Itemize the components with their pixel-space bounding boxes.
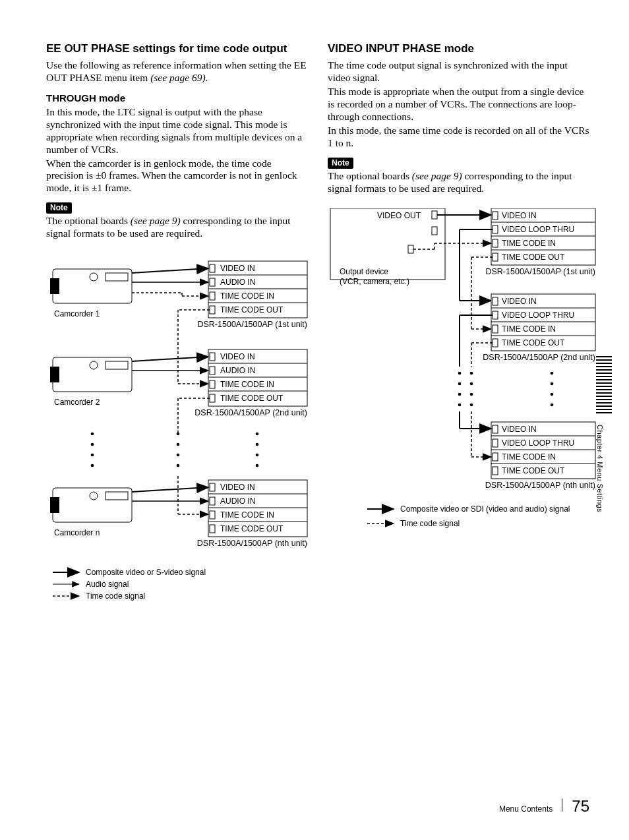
svg-text:DSR-1500A/1500AP (nth unit): DSR-1500A/1500AP (nth unit): [197, 539, 307, 548]
svg-rect-151: [493, 439, 498, 447]
through-p1: In this mode, the LTC signal is output w…: [46, 106, 308, 156]
right-diagram: VIDEO OUT Output device (VCR, camera, et…: [328, 208, 589, 604]
svg-rect-8: [210, 264, 215, 272]
through-p2: When the camcorder is in genlock mode, t…: [46, 158, 308, 195]
svg-text:VIDEO IN: VIDEO IN: [502, 211, 537, 220]
right-heading: VIDEO INPUT PHASE mode: [328, 42, 589, 55]
svg-text:Camcorder n: Camcorder n: [54, 528, 100, 537]
svg-point-56: [256, 443, 259, 446]
footer-section: Menu Contents: [499, 804, 553, 814]
svg-text:Camcorder 2: Camcorder 2: [54, 398, 100, 407]
svg-line-42: [132, 357, 208, 361]
svg-point-141: [470, 403, 473, 406]
svg-point-138: [470, 371, 473, 375]
svg-text:Output device: Output device: [340, 267, 388, 276]
svg-rect-11: [210, 306, 215, 314]
page-footer: Menu Contents 75: [499, 796, 589, 816]
svg-point-139: [470, 382, 473, 385]
svg-text:Composite video or S-video sig: Composite video or S-video signal: [86, 568, 206, 577]
svg-point-134: [458, 371, 462, 375]
right-note-tag: Note: [328, 158, 353, 169]
svg-rect-71: [210, 525, 215, 533]
svg-point-136: [458, 392, 462, 396]
chapter-label: Chapter 4 Menu Settings: [595, 425, 604, 512]
svg-text:AUDIO IN: AUDIO IN: [220, 278, 255, 287]
svg-point-47: [91, 433, 94, 436]
svg-rect-60: [50, 497, 59, 513]
svg-point-50: [91, 464, 94, 467]
svg-text:VIDEO IN: VIDEO IN: [220, 264, 255, 273]
svg-rect-152: [493, 453, 498, 461]
svg-text:DSR-1500A/1500AP (2nd unit): DSR-1500A/1500AP (2nd unit): [195, 408, 307, 417]
svg-text:Audio signal: Audio signal: [86, 580, 129, 589]
svg-rect-3: [105, 273, 128, 281]
svg-point-144: [551, 392, 554, 396]
svg-rect-1: [50, 278, 59, 294]
page-number: 75: [572, 796, 589, 816]
right-p1: The time code output signal is synchroni…: [328, 59, 589, 84]
svg-point-142: [551, 371, 554, 375]
svg-rect-91: [408, 245, 413, 253]
left-intro: Use the following as reference informati…: [46, 59, 308, 84]
svg-rect-33: [210, 353, 215, 361]
left-note-b: (see page 9): [131, 215, 181, 226]
svg-text:Composite video or SDI (video : Composite video or SDI (video and audio)…: [400, 504, 570, 514]
svg-rect-123: [493, 325, 498, 333]
left-note-a: The optional boards: [46, 215, 131, 226]
left-diagram: Camcorder 1 VIDEO IN AUDIO IN TIME CODE …: [46, 253, 308, 662]
svg-point-57: [256, 454, 259, 457]
svg-rect-68: [210, 483, 215, 491]
footer-divider: [562, 798, 562, 812]
svg-text:TIME CODE IN: TIME CODE IN: [220, 291, 274, 301]
svg-rect-36: [210, 394, 215, 402]
svg-point-143: [551, 382, 554, 385]
svg-rect-100: [493, 239, 498, 247]
svg-point-145: [551, 403, 554, 406]
svg-text:VIDEO LOOP THRU: VIDEO LOOP THRU: [502, 311, 574, 320]
svg-text:TIME CODE OUT: TIME CODE OUT: [220, 394, 284, 403]
svg-text:TIME CODE OUT: TIME CODE OUT: [502, 466, 565, 475]
svg-point-49: [91, 454, 94, 457]
svg-text:Time code signal: Time code signal: [86, 591, 145, 601]
svg-text:TIME CODE IN: TIME CODE IN: [502, 452, 556, 462]
cam1-label: Camcorder 1: [54, 309, 100, 318]
svg-text:DSR-1500A/1500AP (2nd unit): DSR-1500A/1500AP (2nd unit): [483, 353, 595, 362]
svg-point-2: [90, 273, 98, 281]
svg-rect-99: [493, 225, 498, 233]
svg-rect-101: [493, 253, 498, 261]
right-p3: In this mode, the same time code is reco…: [328, 125, 589, 150]
left-note-tag: Note: [46, 202, 72, 214]
svg-text:VIDEO OUT: VIDEO OUT: [377, 211, 421, 220]
right-note-b: (see page 9): [412, 170, 462, 181]
svg-line-77: [132, 487, 208, 492]
right-note-a: The optional boards: [328, 170, 412, 181]
svg-rect-122: [493, 311, 498, 319]
svg-rect-27: [105, 361, 128, 369]
svg-rect-98: [493, 212, 498, 220]
left-intro-b: (see page 69).: [150, 72, 208, 83]
svg-point-135: [458, 382, 462, 385]
svg-rect-90: [432, 227, 437, 235]
svg-point-51: [177, 433, 180, 436]
svg-text:VIDEO LOOP THRU: VIDEO LOOP THRU: [502, 225, 574, 234]
svg-text:TIME CODE OUT: TIME CODE OUT: [220, 305, 284, 315]
svg-text:VIDEO IN: VIDEO IN: [502, 425, 537, 434]
svg-text:DSR-1500A/1500AP (nth unit): DSR-1500A/1500AP (nth unit): [485, 481, 595, 490]
svg-point-140: [470, 392, 473, 396]
svg-point-55: [256, 433, 259, 436]
chapter-tab: Chapter 4 Menu Settings: [595, 356, 613, 554]
svg-text:TIME CODE OUT: TIME CODE OUT: [502, 338, 565, 347]
svg-text:VIDEO LOOP THRU: VIDEO LOOP THRU: [502, 438, 574, 448]
svg-text:TIME CODE OUT: TIME CODE OUT: [502, 253, 565, 262]
tab-bars-icon: [596, 356, 612, 419]
svg-text:Time code signal: Time code signal: [400, 519, 460, 528]
svg-text:AUDIO IN: AUDIO IN: [220, 366, 255, 375]
svg-text:TIME CODE IN: TIME CODE IN: [502, 239, 556, 248]
svg-point-48: [91, 443, 94, 446]
svg-text:TIME CODE IN: TIME CODE IN: [220, 380, 274, 389]
svg-text:VIDEO IN: VIDEO IN: [220, 483, 255, 492]
svg-rect-9: [210, 278, 215, 286]
svg-text:DSR-1500A/1500AP (1st unit): DSR-1500A/1500AP (1st unit): [485, 267, 595, 276]
svg-point-61: [90, 492, 98, 500]
svg-text:(VCR, camera, etc.): (VCR, camera, etc.): [340, 277, 409, 286]
